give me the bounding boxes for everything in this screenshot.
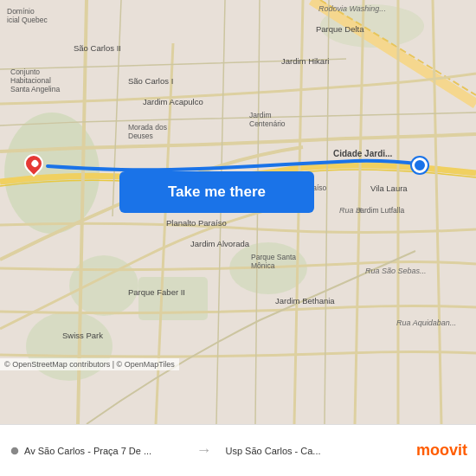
origin-text: Av São Carlos - Praça 7 De ... [24, 446, 151, 456]
destination-text: Usp São Carlos - Ca... [217, 446, 408, 456]
arrow-icon: → [191, 441, 217, 460]
moovit-logo: moovit [408, 441, 476, 460]
osm-credit: © OpenStreetMap contributors | © OpenMap… [0, 358, 179, 370]
destination-marker [412, 158, 428, 173]
map-container: Domínioicial Quebec São Carlos II Conjun… [0, 0, 476, 424]
bottom-bar: Av São Carlos - Praça 7 De ... → Usp São… [0, 424, 476, 476]
take-me-there-button[interactable]: Take me there [119, 171, 314, 213]
circle-icon [9, 445, 21, 457]
svg-point-3 [26, 312, 113, 381]
origin-label: Av São Carlos - Praça 7 De ... [0, 445, 191, 457]
origin-marker [24, 154, 43, 173]
svg-point-7 [10, 447, 19, 455]
